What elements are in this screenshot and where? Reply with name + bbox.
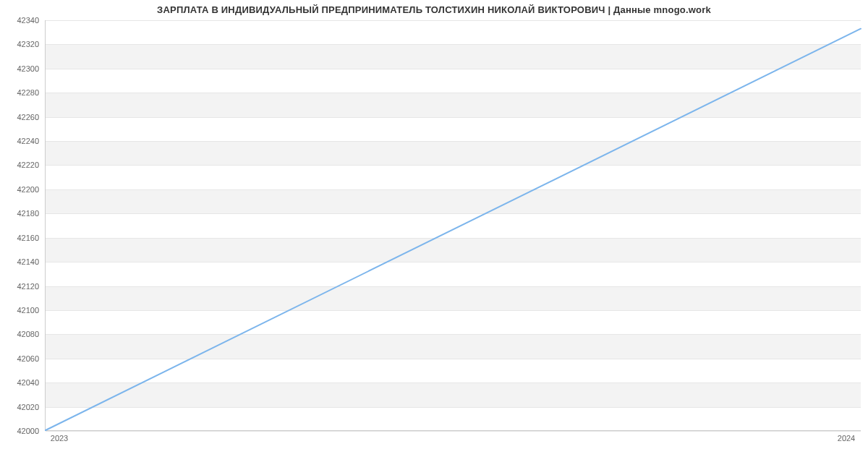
y-tick-label: 42100 bbox=[0, 306, 39, 315]
data-line bbox=[46, 29, 861, 430]
y-tick-label: 42060 bbox=[0, 354, 39, 363]
y-tick-label: 42340 bbox=[0, 16, 39, 25]
y-tick-label: 42020 bbox=[0, 403, 39, 411]
line-layer bbox=[46, 20, 861, 430]
y-tick-label: 42140 bbox=[0, 257, 39, 266]
y-tick-label: 42200 bbox=[0, 185, 39, 194]
y-tick-label: 42260 bbox=[0, 113, 39, 121]
y-tick-label: 42240 bbox=[0, 137, 39, 145]
y-tick-label: 42040 bbox=[0, 378, 39, 387]
plot-area bbox=[45, 20, 861, 431]
y-tick-label: 42220 bbox=[0, 161, 39, 169]
x-tick-label: 2023 bbox=[51, 434, 68, 443]
x-tick-label: 2024 bbox=[838, 434, 855, 443]
y-tick-label: 42000 bbox=[0, 427, 39, 435]
y-tick-label: 42300 bbox=[0, 64, 39, 73]
gridline bbox=[46, 431, 861, 432]
y-tick-label: 42120 bbox=[0, 282, 39, 291]
y-tick-label: 42280 bbox=[0, 88, 39, 97]
y-tick-label: 42160 bbox=[0, 234, 39, 242]
y-tick-label: 42320 bbox=[0, 40, 39, 48]
y-tick-label: 42180 bbox=[0, 209, 39, 218]
y-tick-label: 42080 bbox=[0, 330, 39, 338]
chart-title: ЗАРПЛАТА В ИНДИВИДУАЛЬНЫЙ ПРЕДПРИНИМАТЕЛ… bbox=[0, 4, 868, 15]
chart-container: ЗАРПЛАТА В ИНДИВИДУАЛЬНЫЙ ПРЕДПРИНИМАТЕЛ… bbox=[0, 0, 868, 470]
